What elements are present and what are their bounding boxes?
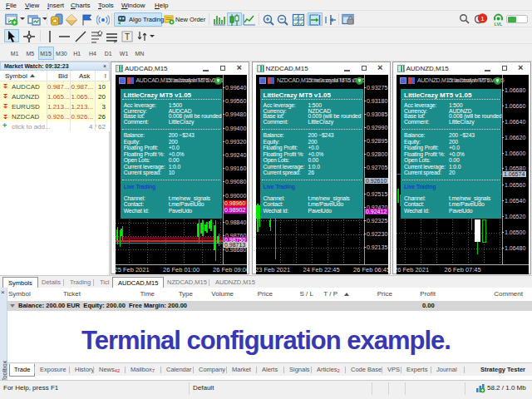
svg-text:1: 1 — [480, 15, 485, 22]
svg-text:T: T — [125, 32, 130, 42]
